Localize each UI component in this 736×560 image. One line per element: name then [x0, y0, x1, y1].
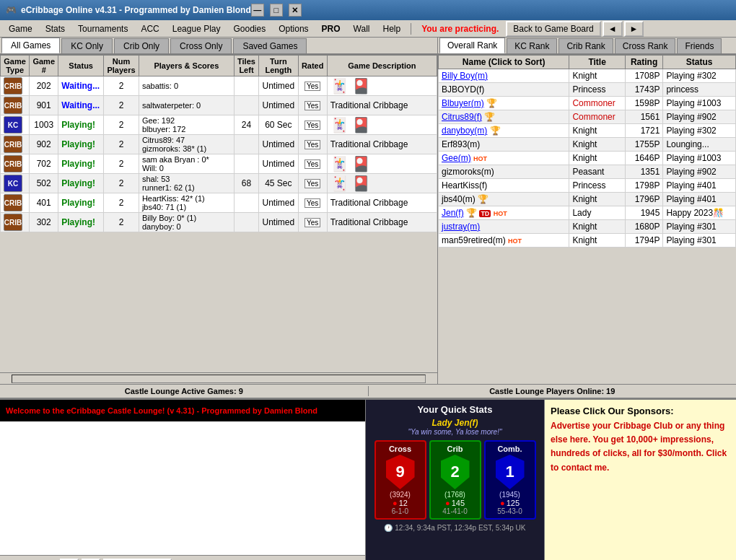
game-description: Traditional Cribbage — [327, 193, 437, 213]
rank-row[interactable]: man59retired(m) HOTKnight1794PPlaying #3… — [439, 234, 736, 248]
rank-name[interactable]: gizmoroks(m) — [439, 165, 569, 179]
qs-comb-wins: 125 — [507, 499, 520, 507]
game-status: Playing! — [58, 193, 104, 213]
table-row[interactable]: CRIB401Playing!2HeartKiss: 42* (1) jbs40… — [1, 193, 437, 213]
col-num-players: NumPlayers — [104, 56, 139, 76]
nav-left-button[interactable]: ◄ — [603, 21, 623, 37]
nav-right-button[interactable]: ► — [624, 21, 644, 37]
rank-name[interactable]: HeartKiss(f) — [439, 179, 569, 193]
rank-name[interactable]: danyboy(m) 🏆 — [439, 124, 569, 138]
menu-stats[interactable]: Stats — [40, 22, 71, 35]
maximize-button[interactable]: □ — [270, 4, 283, 17]
tab-saved-games[interactable]: Saved Games — [233, 38, 307, 53]
rank-name[interactable]: justray(m) — [439, 220, 569, 234]
back-to-game-board-button[interactable]: Back to Game Board — [506, 21, 600, 37]
rank-name[interactable]: Gee(m) HOT — [439, 152, 569, 165]
rank-name[interactable]: Blbuyer(m) 🏆 — [439, 97, 569, 110]
rank-status: Playing #902 — [663, 110, 736, 124]
rank-name[interactable]: jbs40(m) 🏆 — [439, 193, 569, 206]
menu-options[interactable]: Options — [273, 22, 314, 35]
game-rated: Yes — [298, 154, 327, 174]
rank-name[interactable]: BJBOYD(f) — [439, 83, 569, 97]
rank-row[interactable]: Citrus89(f) 🏆Commoner1561Playing #902 — [439, 110, 736, 124]
qs-stats-row: Cross 9 (3924) ● 12 6-1-0 Crib 2 (1768) — [374, 440, 536, 520]
rank-name[interactable]: man59retired(m) HOT — [439, 234, 569, 248]
tab-crib-rank[interactable]: Crib Rank — [558, 38, 613, 53]
qs-crib-rank-num: 2 — [450, 463, 459, 481]
qs-comb-rank: 1 — [496, 455, 525, 489]
rank-row[interactable]: BJBOYD(f)Princess1743Pprincess — [439, 83, 736, 97]
menu-game[interactable]: Game — [3, 22, 38, 35]
hot-badge: HOT — [494, 210, 507, 217]
tab-cross-only[interactable]: Cross Only — [170, 38, 232, 53]
rank-row[interactable]: justray(m)Knight1680PPlaying #301 — [439, 220, 736, 234]
rank-title: Knight — [569, 138, 625, 152]
trophy-icon: 🏆 — [484, 112, 495, 122]
rank-rating: 1755P — [625, 138, 663, 152]
rank-name[interactable]: Citrus89(f) 🏆 — [439, 110, 569, 124]
menubar: Game Stats Tournaments ACC League Play G… — [0, 20, 736, 38]
turn-length: Untimed — [259, 135, 298, 154]
menu-acc[interactable]: ACC — [135, 22, 165, 35]
rank-rating: 1945 — [625, 206, 663, 220]
rank-row[interactable]: Blbuyer(m) 🏆Commoner1598PPlaying #1003 — [439, 97, 736, 110]
num-players: 2 — [104, 96, 139, 115]
chat-input-area: Enable Icon 💬 😊 Select Color — [0, 555, 365, 560]
qs-crib-label: Crib — [447, 445, 463, 453]
table-row[interactable]: KC1003Playing!2Gee: 192 blbuyer: 1722460… — [1, 115, 437, 135]
tab-crib-only[interactable]: Crib Only — [114, 38, 169, 53]
minimize-button[interactable]: — — [251, 4, 264, 17]
qs-quote: "Ya win some, Ya lose more!" — [408, 428, 502, 436]
menu-pro[interactable]: PRO — [316, 22, 346, 35]
col-game-description: Game Description — [327, 56, 437, 76]
hscroll[interactable] — [0, 372, 437, 384]
menu-tournaments[interactable]: Tournaments — [72, 22, 133, 35]
rank-rating: 1646P — [625, 152, 663, 165]
titlebar-controls: — □ ✕ — [251, 4, 302, 17]
rank-name[interactable]: Jen(f) 🏆 TD HOT — [439, 206, 569, 220]
rank-row[interactable]: jbs40(m) 🏆Knight1796PPlaying #401 — [439, 193, 736, 206]
menu-wall[interactable]: Wall — [348, 22, 376, 35]
table-row[interactable]: KC502Playing!2shal: 53 runner1: 62 (1)68… — [1, 174, 437, 193]
tab-all-games[interactable]: All Games — [1, 38, 60, 53]
rank-row[interactable]: danyboy(m) 🏆Knight1721Playing #302 — [439, 124, 736, 138]
rank-row[interactable]: HeartKiss(f)Princess1798PPlaying #401 — [439, 179, 736, 193]
table-row[interactable]: CRIB901Waiting...2saltwaterpeter: 0Untim… — [1, 96, 437, 115]
practicing-text: You are practicing. — [421, 24, 499, 34]
tiles-left: 68 — [234, 174, 258, 193]
qs-comb-box: Comb. 1 (1945) ● 125 55-43-0 — [484, 440, 536, 520]
menu-help[interactable]: Help — [377, 22, 406, 35]
game-description: Traditional Cribbage — [327, 96, 437, 115]
tab-overall-rank[interactable]: Overall Rank — [439, 38, 505, 53]
left-tab-bar: All Games KC Only Crib Only Cross Only S… — [0, 38, 437, 55]
col-game-num: Game# — [30, 56, 58, 76]
qs-crib-record: 41-41-0 — [442, 507, 467, 515]
chat-messages[interactable] — [0, 421, 365, 555]
rank-row[interactable]: gizmoroks(m)Peasant1351Playing #902 — [439, 165, 736, 179]
rank-row[interactable]: Gee(m) HOTKnight1646PPlaying #1003 — [439, 152, 736, 165]
game-type-icon: CRIB — [1, 135, 30, 154]
sponsors-text[interactable]: Advertise your Cribbage Club or any thin… — [551, 419, 730, 475]
rank-row[interactable]: Billy Boy(m)Knight1708PPlaying #302 — [439, 69, 736, 83]
menu-league-play[interactable]: League Play — [167, 22, 227, 35]
rank-col-name[interactable]: Name (Click to Sort) — [439, 56, 569, 69]
rank-name[interactable]: Billy Boy(m) — [439, 69, 569, 83]
rank-status: princess — [663, 83, 736, 97]
rank-status: Playing #902 — [663, 165, 736, 179]
game-type-icon: KC — [1, 174, 30, 193]
tab-friends[interactable]: Friends — [677, 38, 722, 53]
rank-name[interactable]: Erf893(m) — [439, 138, 569, 152]
table-row[interactable]: CRIB902Playing!2Citrus89: 47 gizmoroks: … — [1, 135, 437, 154]
rank-row[interactable]: Erf893(m)Knight1755PLounging... — [439, 138, 736, 152]
close-button[interactable]: ✕ — [289, 4, 302, 17]
tab-cross-rank[interactable]: Cross Rank — [615, 38, 676, 53]
tab-kc-only[interactable]: KC Only — [61, 38, 113, 53]
tab-kc-rank[interactable]: KC Rank — [507, 38, 557, 53]
qs-comb-rank-num: 1 — [505, 463, 514, 481]
menu-goodies[interactable]: Goodies — [228, 22, 272, 35]
table-row[interactable]: CRIB702Playing!2sam aka Bryan : 0* Will:… — [1, 154, 437, 174]
rank-row[interactable]: Jen(f) 🏆 TD HOTLady1945Happy 2023🎊 — [439, 206, 736, 220]
trophy-icon: 🏆 — [478, 194, 489, 204]
table-row[interactable]: CRIB202Waiting...2sabattis: 0UntimedYes🃏… — [1, 76, 437, 96]
table-row[interactable]: CRIB302Playing!2Billy Boy: 0* (1) danybo… — [1, 213, 437, 232]
